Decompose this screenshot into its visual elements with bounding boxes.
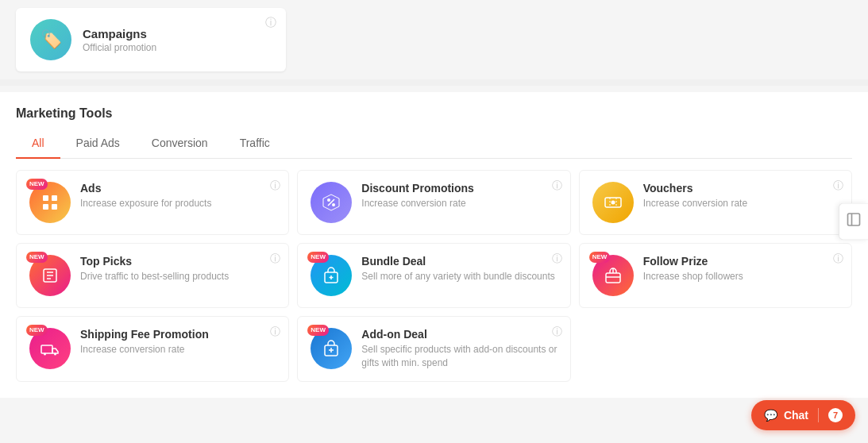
section-title: Marketing Tools [16,106,852,121]
tool-discount-promotions[interactable]: Discount Promotions Increase conversion … [297,170,570,235]
svg-point-8 [611,201,615,205]
discount-info-icon[interactable]: ⓘ [552,179,562,193]
tab-paid-ads[interactable]: Paid Ads [60,130,136,159]
ads-info: Ads Increase exposure for products [80,182,276,210]
top-picks-name: Top Picks [80,255,276,268]
campaigns-title: Campaigns [83,27,156,40]
ads-info-icon[interactable]: ⓘ [270,179,280,193]
tab-traffic[interactable]: Traffic [224,130,286,159]
campaigns-info: Campaigns Official promotion [83,27,156,53]
shipping-desc: Increase conversion rate [80,343,276,356]
vouchers-desc: Increase conversion rate [643,197,839,210]
bundle-desc: Sell more of any variety with bundle dis… [361,270,557,283]
svg-rect-19 [41,345,52,353]
ads-desc: Increase exposure for products [80,197,276,210]
addon-desc: Sell specific products with add-on disco… [361,343,557,370]
vouchers-name: Vouchers [643,182,839,195]
svg-rect-25 [848,214,860,225]
tool-vouchers[interactable]: Vouchers Increase conversion rate ⓘ [579,170,852,235]
addon-name: Add-on Deal [361,328,557,341]
top-picks-new-badge: NEW [26,252,48,263]
tool-shipping-fee[interactable]: NEW Shipping Fee Promotion Increase conv… [16,316,289,382]
campaigns-icon: 🏷️ [30,19,71,60]
shipping-new-badge: NEW [26,325,48,336]
follow-prize-info-icon[interactable]: ⓘ [833,252,843,266]
bundle-info-icon[interactable]: ⓘ [552,252,562,266]
shipping-info-icon[interactable]: ⓘ [270,325,280,339]
follow-prize-desc: Increase shop followers [643,270,839,283]
campaigns-info-icon[interactable]: ⓘ [265,16,276,30]
addon-info-icon[interactable]: ⓘ [552,325,562,339]
bundle-info: Bundle Deal Sell more of any variety wit… [361,255,557,283]
sidebar-float-icon[interactable] [846,212,862,232]
tool-ads[interactable]: NEW Ads Increase exposure for products ⓘ [16,170,289,235]
campaigns-card[interactable]: 🏷️ Campaigns Official promotion ⓘ [16,8,286,71]
tab-conversion[interactable]: Conversion [136,130,224,159]
bundle-new-badge: NEW [307,252,329,263]
vouchers-info: Vouchers Increase conversion rate [643,182,839,210]
svg-point-21 [54,353,56,356]
discount-desc: Increase conversion rate [361,197,557,210]
section-divider [0,79,868,86]
svg-point-5 [332,203,335,206]
tool-top-picks[interactable]: NEW Top Picks Drive traffic to best-sell… [16,243,289,308]
sidebar-float[interactable] [839,203,868,241]
addon-icon-wrap: NEW [311,328,352,369]
svg-point-20 [44,353,46,356]
follow-prize-name: Follow Prize [643,255,839,268]
vouchers-info-icon[interactable]: ⓘ [833,179,843,193]
discount-name: Discount Promotions [361,182,557,195]
svg-rect-2 [43,204,48,210]
shipping-icon-wrap: NEW [29,328,71,369]
ads-new-badge: NEW [26,179,48,190]
tab-all[interactable]: All [16,130,60,159]
vouchers-icon [592,182,634,223]
follow-prize-info: Follow Prize Increase shop followers [643,255,839,283]
discount-info: Discount Promotions Increase conversion … [361,182,557,210]
svg-rect-0 [43,195,48,201]
campaigns-subtitle: Official promotion [83,42,156,53]
addon-info: Add-on Deal Sell specific products with … [361,328,557,370]
tool-addon-deal[interactable]: NEW Add-on Deal Sell specific products w… [297,316,570,382]
ads-name: Ads [80,182,276,195]
bundle-icon-wrap: NEW [311,255,352,296]
tool-bundle-deal[interactable]: NEW Bundle Deal Sell more of any variety… [297,243,570,308]
ads-icon-wrap: NEW [29,182,71,223]
tool-follow-prize[interactable]: NEW Follow Prize Increase shop followers… [579,243,852,308]
follow-prize-new-badge: NEW [589,252,611,263]
top-picks-info-icon[interactable]: ⓘ [270,252,280,266]
addon-new-badge: NEW [307,325,329,336]
tabs-bar: All Paid Ads Conversion Traffic [16,130,852,159]
discount-icon-wrap [311,182,352,223]
svg-rect-1 [52,195,57,201]
vouchers-icon-wrap [592,182,634,223]
svg-rect-3 [52,204,57,210]
top-picks-icon-wrap: NEW [29,255,71,296]
bundle-name: Bundle Deal [361,255,557,268]
discount-icon [311,182,352,223]
follow-prize-icon-wrap: NEW [592,255,634,296]
marketing-section: Marketing Tools All Paid Ads Conversion … [0,92,868,398]
shipping-info: Shipping Fee Promotion Increase conversi… [80,328,276,356]
svg-point-4 [327,198,330,202]
top-picks-desc: Drive traffic to best-selling products [80,270,276,283]
tools-grid: NEW Ads Increase exposure for products ⓘ… [16,170,852,382]
shipping-name: Shipping Fee Promotion [80,328,276,341]
svg-rect-16 [606,273,620,283]
top-picks-info: Top Picks Drive traffic to best-selling … [80,255,276,283]
